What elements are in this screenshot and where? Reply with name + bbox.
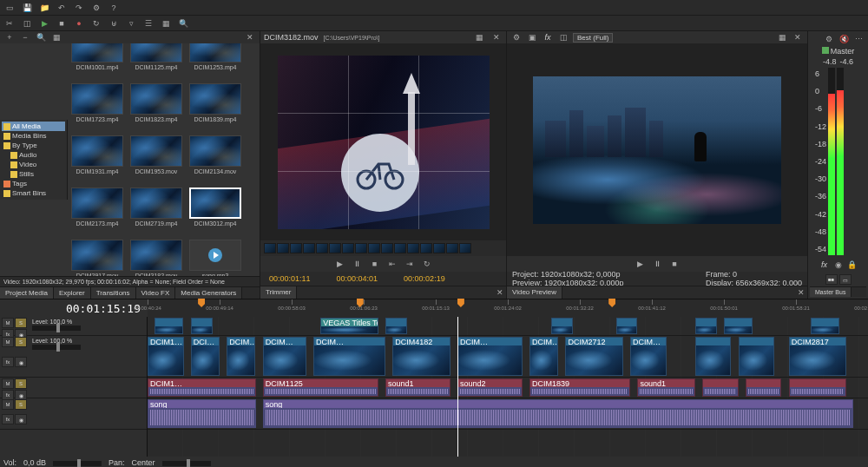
track-mute-button[interactable]: M <box>2 378 14 389</box>
tab-close-icon[interactable]: ✕ <box>494 286 506 299</box>
tree-item[interactable]: All Media <box>2 122 65 131</box>
pm-tab[interactable]: Video FX <box>136 287 176 299</box>
timeline-clip[interactable]: DCIM… <box>263 337 306 376</box>
record-icon[interactable]: ● <box>73 17 85 30</box>
timeline-clip[interactable] <box>811 318 839 334</box>
tab-preview[interactable]: Video Preview <box>507 286 562 299</box>
snap-icon[interactable]: ⊎ <box>108 17 120 30</box>
ms-mute-icon[interactable]: 🔇 <box>838 33 850 45</box>
filmstrip-frame[interactable] <box>459 243 471 253</box>
redo-icon[interactable]: ↷ <box>73 2 85 14</box>
timeline-clip[interactable] <box>702 378 739 397</box>
filmstrip-frame[interactable] <box>342 243 354 253</box>
timeline-clip[interactable]: sound1 <box>637 378 694 397</box>
pm-search-icon[interactable]: 🔍 <box>35 31 47 43</box>
media-thumbnail[interactable]: DCIM1723.mp4 <box>69 83 125 132</box>
timeline-clip[interactable] <box>695 318 717 334</box>
timeline-clip[interactable]: sound1 <box>385 378 450 397</box>
zoom-icon[interactable]: 🔍 <box>177 17 189 30</box>
track-solo-button[interactable]: S <box>15 378 27 389</box>
pr-stop-icon[interactable]: ■ <box>668 258 681 270</box>
marker-icon[interactable]: ▿ <box>125 17 137 30</box>
ms-auto-icon[interactable]: ◉ <box>832 259 845 271</box>
track-header[interactable]: MSfx◉Level: 100,0 % <box>0 317 147 336</box>
pm-remove-icon[interactable]: − <box>19 31 31 43</box>
media-thumbnail[interactable]: DCIM3012.mp4 <box>187 187 243 236</box>
pr-close-icon[interactable]: ✕ <box>792 31 804 43</box>
filmstrip-frame[interactable] <box>394 243 406 253</box>
timeline-clip[interactable]: DCIM1… <box>148 378 256 397</box>
timeline-clip[interactable]: DCIM… <box>529 337 558 376</box>
tab-master[interactable]: Master Bus <box>810 287 852 297</box>
pr-split-icon[interactable]: ◫ <box>557 31 569 43</box>
timeline-clip[interactable]: sound2 <box>457 378 523 397</box>
timeline-clip[interactable]: DCIM4182 <box>392 337 450 376</box>
timeline-clip[interactable]: DCIM1839 <box>529 378 630 397</box>
ms-settings-icon[interactable]: ⚙ <box>823 33 835 45</box>
filmstrip-frame[interactable] <box>407 243 419 253</box>
track-header[interactable]: MSfx◉Level: 100,0 % <box>0 336 147 378</box>
track-mute-button[interactable]: M <box>2 337 14 347</box>
media-thumbnail[interactable]: DCIM1839.mp4 <box>187 83 243 132</box>
help-icon[interactable]: ? <box>108 2 120 14</box>
tree-item[interactable]: Audio <box>2 150 65 160</box>
cut-icon[interactable]: ✂ <box>3 17 16 30</box>
media-thumbnail[interactable]: DCIM1001.mp4 <box>69 43 125 80</box>
timeline-clip[interactable]: DCIM2817 <box>789 337 846 376</box>
timeline-clip[interactable] <box>789 378 846 397</box>
ms-solo-button[interactable]: ■■ <box>825 274 838 285</box>
play-icon[interactable]: ▶ <box>38 17 50 30</box>
list-icon[interactable]: ☰ <box>142 17 155 30</box>
timeline-clip[interactable] <box>191 318 213 334</box>
timeline-clip[interactable]: VEGAS Titles Text <box>320 318 378 334</box>
timeline-clip[interactable]: DCIM1125 <box>263 378 378 397</box>
timeline-clip[interactable]: DCIM… <box>313 337 385 376</box>
ms-mono-button[interactable]: ▭ <box>839 274 852 285</box>
trimmer-grid-icon[interactable]: ▦ <box>473 31 485 43</box>
file-icon[interactable]: ▭ <box>3 2 16 14</box>
filmstrip-frame[interactable] <box>303 243 315 253</box>
timeline-clip[interactable]: DCIM1… <box>148 337 184 376</box>
pm-add-icon[interactable]: + <box>3 31 16 43</box>
undo-icon[interactable]: ↶ <box>56 2 68 14</box>
pr-pause-icon[interactable]: ⏸ <box>651 258 663 270</box>
filmstrip-frame[interactable] <box>277 243 289 253</box>
track-mute-button[interactable]: M <box>2 318 14 328</box>
ms-fx-icon[interactable]: fx <box>819 259 831 271</box>
ms-lock-icon[interactable]: 🔒 <box>846 259 858 271</box>
playhead[interactable] <box>457 317 458 457</box>
filmstrip-frame[interactable] <box>316 243 328 253</box>
tab-close-icon[interactable]: ✕ <box>795 286 807 299</box>
pr-overlay-icon[interactable]: ▦ <box>776 31 788 43</box>
save-icon[interactable]: 💾 <box>21 2 33 14</box>
timeline-clip[interactable] <box>746 378 782 397</box>
timeline-clip[interactable] <box>739 337 775 376</box>
filmstrip-frame[interactable] <box>420 243 432 253</box>
track-level-slider[interactable] <box>32 345 81 350</box>
track-header[interactable]: MSfx◉ <box>0 378 147 398</box>
grid-icon[interactable]: ▦ <box>160 17 172 30</box>
tree-item[interactable]: Video <box>2 160 65 169</box>
timeline-clip[interactable] <box>695 337 732 376</box>
media-thumbnail[interactable]: DCIM1953.mov <box>128 135 184 184</box>
filmstrip-frame[interactable] <box>381 243 393 253</box>
timeline-marker[interactable] <box>608 299 615 307</box>
tr-loop-icon[interactable]: ↻ <box>421 258 433 270</box>
pan-slider[interactable] <box>162 461 211 466</box>
timeline-marker[interactable] <box>198 299 205 307</box>
track-mute-button[interactable]: M <box>2 399 14 410</box>
tr-play-icon[interactable]: ▶ <box>334 258 346 270</box>
settings-icon[interactable]: ⚙ <box>90 2 102 14</box>
stop-icon[interactable]: ■ <box>56 17 68 30</box>
filmstrip-frame[interactable] <box>355 243 367 253</box>
timeline-clip[interactable]: DCIM2712 <box>565 337 622 376</box>
tr-stop-icon[interactable]: ■ <box>369 258 381 270</box>
pr-fx-icon[interactable]: fx <box>542 31 554 43</box>
tree-item[interactable]: By Type <box>2 141 65 150</box>
track-auto-button[interactable]: ◉ <box>15 414 27 424</box>
timeline-clip[interactable] <box>551 318 573 334</box>
media-thumbnail[interactable]: DCIM1931.mp4 <box>69 135 125 184</box>
media-thumbnail[interactable]: DCIM3182.mov <box>128 240 184 276</box>
timeline-clip[interactable]: DCIM… <box>227 337 255 376</box>
preview-quality-select[interactable]: Best (Full) <box>573 33 613 43</box>
